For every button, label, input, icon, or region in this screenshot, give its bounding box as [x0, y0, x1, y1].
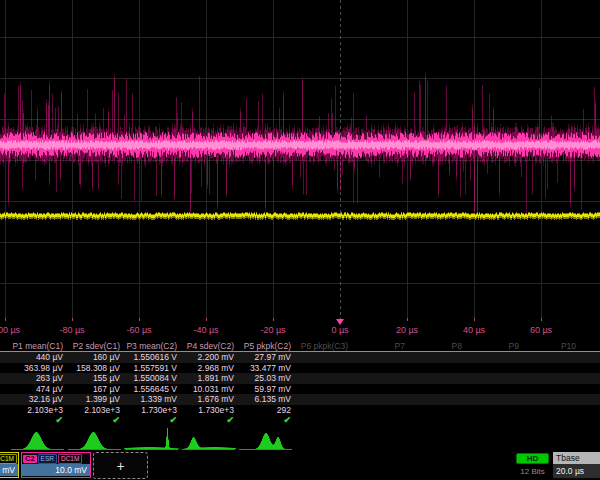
meas-value-cell: 1.550084 V: [124, 373, 181, 383]
meas-value-cell: 6.135 mV: [238, 394, 295, 404]
x-axis-label: -100 µs: [0, 325, 20, 335]
meas-header-cell[interactable]: P2 sdev(C1): [67, 341, 124, 351]
meas-value-cell: 1.399 µV: [67, 394, 124, 404]
oscilloscope-screen: -100 µs-80 µs-60 µs-40 µs-20 µs0 µs20 µs…: [0, 0, 600, 480]
meas-header-cell[interactable]: P3 mean(C2): [124, 341, 181, 351]
meas-row-num: 2.103e+32.103e+31.730e+31.730e+3292: [0, 405, 600, 416]
meas-header-cell[interactable]: P9: [466, 341, 523, 351]
c2-channel-badge: C2: [23, 455, 37, 463]
waveform-display[interactable]: [0, 0, 600, 318]
meas-row-mean: 363.98 µV158.308 µV1.557591 V2.968 mV33.…: [0, 363, 600, 374]
meas-row-value: 440 µV160 µV1.550616 V2.200 mV27.97 mV: [0, 352, 600, 363]
meas-value-cell: 1.557591 V: [124, 363, 181, 373]
meas-value-cell: 440 µV: [10, 352, 67, 362]
axis-tick: [206, 318, 207, 321]
timebase-descriptor[interactable]: Tbase 20.0 µs: [553, 452, 600, 479]
hd-bits-label: 12 Bits: [510, 467, 555, 476]
x-axis-label: -60 µs: [126, 325, 151, 335]
meas-header-cell[interactable]: P7: [352, 341, 409, 351]
meas-value-cell: 32.16 µV: [10, 394, 67, 404]
meas-value-cell: 1.556645 V: [124, 384, 181, 394]
meas-value-cell: 292: [238, 405, 295, 415]
add-trace-button[interactable]: +: [93, 452, 148, 479]
meas-status-check: ✔: [124, 415, 181, 425]
descriptor-bar: DC1M 10.0 mV C2 ESR DC1M 10.0 mV + HD 12…: [0, 452, 600, 480]
channel-c1-descriptor[interactable]: DC1M 10.0 mV: [0, 452, 19, 478]
meas-value-cell: 474 µV: [10, 384, 67, 394]
meas-header-cell[interactable]: P8: [409, 341, 466, 351]
meas-row-max: 474 µV167 µV1.556645 V10.031 mV59.97 mV: [0, 384, 600, 395]
x-axis-label: -40 µs: [193, 325, 218, 335]
meas-value-cell: 263 µV: [10, 373, 67, 383]
meas-value-cell: 2.200 mV: [181, 352, 238, 362]
trigger-position-marker[interactable]: [336, 319, 344, 325]
timebase-label: Tbase: [553, 452, 600, 464]
x-axis-label: 20 µs: [396, 325, 418, 335]
axis-tick: [407, 318, 408, 321]
measurement-histicons[interactable]: [0, 426, 600, 452]
meas-header-cell[interactable]: P10: [523, 341, 580, 351]
meas-value-cell: 1.891 mV: [181, 373, 238, 383]
meas-value-cell: 160 µV: [67, 352, 124, 362]
axis-tick: [474, 318, 475, 321]
c2-coupling-badge: DC1M: [58, 454, 82, 464]
x-axis-label: 0 µs: [331, 325, 348, 335]
meas-status-check: ✔: [10, 415, 67, 425]
c1-coupling-badge: DC1M: [0, 454, 17, 464]
meas-row-status: ✔✔✔✔✔: [0, 415, 600, 426]
meas-row-min: 263 µV155 µV1.550084 V1.891 mV25.03 mV: [0, 373, 600, 384]
meas-value-cell: 363.98 µV: [10, 363, 67, 373]
meas-row-sdev: 32.16 µV1.399 µV1.339 mV1.676 mV6.135 mV: [0, 394, 600, 405]
measurement-table: P1 mean(C1)P2 sdev(C1)P3 mean(C2)P4 sdev…: [0, 340, 600, 426]
c2-esr-badge: ESR: [38, 454, 57, 464]
meas-value-cell: 2.103e+3: [67, 405, 124, 415]
axis-tick: [72, 318, 73, 321]
meas-value-cell: 1.676 mV: [181, 394, 238, 404]
timebase-scale: 20.0 µs: [553, 464, 600, 478]
meas-value-cell: 2.968 mV: [181, 363, 238, 373]
channel-c2-descriptor[interactable]: C2 ESR DC1M 10.0 mV: [21, 452, 91, 478]
meas-header-cell[interactable]: P4 sdev(C2): [181, 341, 238, 351]
x-axis-label: 60 µs: [530, 325, 552, 335]
plus-icon: +: [116, 458, 124, 474]
meas-status-check: ✔: [181, 415, 238, 425]
meas-value-cell: 1.730e+3: [124, 405, 181, 415]
axis-tick: [139, 318, 140, 321]
meas-value-cell: 167 µV: [67, 384, 124, 394]
meas-value-cell: 1.730e+3: [181, 405, 238, 415]
x-axis-label: -80 µs: [59, 325, 84, 335]
axis-tick: [5, 318, 6, 321]
meas-value-cell: 25.03 mV: [238, 373, 295, 383]
meas-header-cell[interactable]: P6 pkpk(C3): [295, 341, 352, 351]
meas-value-cell: 2.103e+3: [10, 405, 67, 415]
meas-value-cell: 1.339 mV: [124, 394, 181, 404]
meas-value-cell: 1.550616 V: [124, 352, 181, 362]
meas-value-cell: 10.031 mV: [181, 384, 238, 394]
hd-mode-badge[interactable]: HD: [516, 453, 549, 464]
meas-header-cell[interactable]: P5 pkpk(C2): [238, 341, 295, 351]
c1-vertical-scale: 10.0 mV: [0, 464, 18, 476]
c2-vertical-scale: 10.0 mV: [22, 464, 90, 476]
meas-value-cell: 59.97 mV: [238, 384, 295, 394]
axis-tick: [273, 318, 274, 321]
meas-value-cell: 33.477 mV: [238, 363, 295, 373]
axis-tick: [541, 318, 542, 321]
x-axis-label: -20 µs: [260, 325, 285, 335]
time-axis: -100 µs-80 µs-60 µs-40 µs-20 µs0 µs20 µs…: [0, 318, 600, 338]
meas-header-cell[interactable]: P1 mean(C1): [10, 341, 67, 351]
meas-value-cell: 27.97 mV: [238, 352, 295, 362]
meas-status-check: ✔: [238, 415, 295, 425]
x-axis-label: 40 µs: [463, 325, 485, 335]
meas-value-cell: 158.308 µV: [67, 363, 124, 373]
meas-value-cell: 155 µV: [67, 373, 124, 383]
meas-header-row: P1 mean(C1)P2 sdev(C1)P3 mean(C2)P4 sdev…: [0, 340, 600, 352]
meas-status-check: ✔: [67, 415, 124, 425]
